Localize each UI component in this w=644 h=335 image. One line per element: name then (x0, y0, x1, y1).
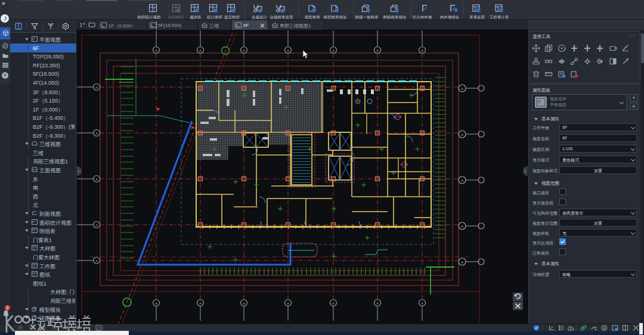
svg-text:A: A (461, 133, 463, 137)
svg-text:A: A (376, 49, 379, 52)
svg-text:A: A (155, 302, 157, 305)
svg-text:A: A (243, 302, 245, 305)
svg-text:A: A (287, 302, 289, 305)
svg-text:A: A (155, 49, 157, 52)
svg-text:›: › (524, 169, 526, 174)
svg-text:A: A (461, 179, 463, 182)
svg-text:A: A (287, 49, 289, 52)
svg-text:A: A (199, 302, 202, 305)
svg-text:A: A (461, 87, 463, 91)
svg-text:A: A (95, 86, 98, 89)
svg-text:A: A (421, 49, 423, 52)
svg-text:A: A (95, 259, 98, 263)
svg-text:A: A (243, 49, 245, 52)
svg-text:A: A (376, 302, 379, 305)
svg-text:A: A (461, 260, 463, 264)
svg-text:A: A (95, 224, 98, 227)
svg-text:A: A (421, 302, 423, 305)
svg-text:A: A (461, 225, 463, 228)
svg-text:A: A (332, 49, 335, 52)
svg-text:A: A (199, 49, 202, 52)
svg-text:A: A (95, 132, 98, 135)
svg-text:A: A (95, 178, 98, 181)
svg-text:A: A (332, 302, 335, 305)
svg-text:‹: ‹ (78, 169, 79, 174)
